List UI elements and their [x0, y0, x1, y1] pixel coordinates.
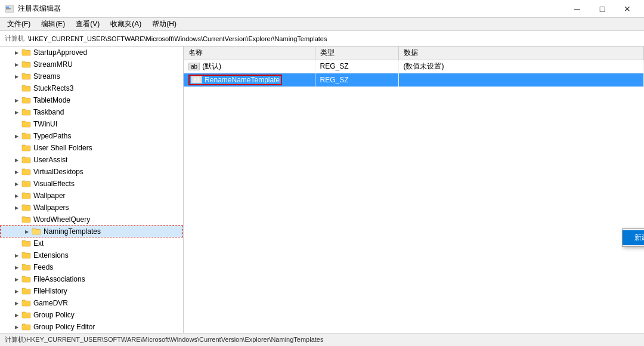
folder-icon — [21, 132, 31, 140]
folder-icon — [21, 84, 31, 92]
tree-item[interactable]: VirtualDesktops — [0, 166, 183, 178]
maximize-button[interactable]: □ — [590, 1, 614, 17]
folder-icon — [21, 72, 31, 81]
expand-arrow — [12, 48, 21, 57]
folder-icon — [21, 215, 31, 224]
tree-item-label: Ext — [33, 239, 44, 248]
folder-icon — [21, 180, 31, 188]
table-row[interactable]: ab(默认)REG_SZ(数值未设置) — [184, 60, 644, 73]
reg-data-cell: (数值未设置) — [398, 60, 644, 73]
expand-arrow — [12, 274, 21, 284]
folder-icon — [21, 191, 31, 200]
tree-item[interactable]: StreamMRU — [0, 58, 183, 70]
status-bar: 计算机\HKEY_CURRENT_USER\SOFTWARE\Microsoft… — [0, 333, 644, 346]
tree-panel[interactable]: StartupApproved StreamMRU Streams StuckR… — [0, 47, 184, 333]
minimize-button[interactable]: ─ — [565, 1, 589, 17]
value-type-icon: ab — [188, 63, 200, 70]
folder-icon — [32, 227, 41, 236]
tree-item-label: WordWheelQuery — [33, 215, 90, 224]
tree-item-label: Extensions — [33, 251, 69, 260]
folder-icon — [21, 96, 31, 104]
tree-item[interactable]: StartupApproved — [0, 47, 183, 58]
tree-item[interactable]: User Shell Folders — [0, 142, 183, 154]
expand-arrow — [12, 262, 21, 272]
menu-favorites[interactable]: 收藏夹(A) — [106, 18, 146, 30]
expand-arrow — [12, 107, 21, 117]
expand-arrow — [12, 60, 21, 69]
menu-view[interactable]: 查看(V) — [71, 18, 104, 30]
folder-icon — [21, 311, 31, 319]
status-text: 计算机\HKEY_CURRENT_USER\SOFTWARE\Microsoft… — [5, 335, 323, 344]
tree-item-label: UserAssist — [33, 156, 67, 164]
tree-item[interactable]: UserAssist — [0, 154, 183, 166]
selected-value-highlight: abRenameNameTemplate — [188, 75, 282, 85]
tree-item-label: VirtualDesktops — [33, 168, 83, 176]
table-row[interactable]: abRenameNameTemplateREG_SZ — [184, 73, 644, 86]
tree-item[interactable]: VisualEffects — [0, 178, 183, 190]
menu-edit[interactable]: 编辑(E) — [36, 18, 70, 30]
expand-arrow — [12, 131, 21, 141]
tree-item[interactable]: FileHistory — [0, 285, 183, 297]
title-bar: 注册表编辑器 ─ □ ✕ — [0, 0, 644, 18]
col-data[interactable]: 数据 — [398, 47, 644, 60]
tree-item[interactable]: Wallpapers — [0, 202, 183, 214]
tree-item[interactable]: TWinUI — [0, 118, 183, 130]
folder-icon — [21, 299, 31, 307]
tree-item[interactable]: Group Policy Editor — [0, 321, 183, 333]
folder-icon — [21, 168, 31, 176]
tree-item[interactable]: Extensions — [0, 249, 183, 261]
reg-name-text: (默认) — [202, 62, 221, 70]
tree-item[interactable]: TabletMode — [0, 94, 183, 106]
folder-icon — [21, 251, 31, 260]
menu-file[interactable]: 文件(F) — [2, 18, 35, 30]
new-context-menu: 新建(N) — [622, 228, 644, 247]
app-icon — [5, 4, 14, 14]
tree-item-label: TabletMode — [33, 96, 70, 104]
tree-item-label: FileHistory — [33, 287, 67, 295]
col-type[interactable]: 类型 — [315, 47, 398, 60]
svg-rect-1 — [6, 7, 9, 8]
tree-item-label: VisualEffects — [33, 180, 75, 188]
tree-item[interactable]: Streams — [0, 70, 183, 82]
new-menu-item[interactable]: 新建(N) — [623, 230, 644, 245]
tree-item-label: Group Policy — [33, 311, 75, 319]
tree-item[interactable]: Feeds — [0, 261, 183, 273]
expand-arrow — [12, 251, 21, 260]
expand-arrow — [12, 72, 21, 81]
tree-item-label: NamingTemplates — [44, 227, 101, 236]
expand-arrow — [12, 286, 21, 296]
tree-item[interactable]: Taskband — [0, 106, 183, 118]
tree-item-label: Streams — [33, 72, 60, 81]
tree-item[interactable]: FileAssociations — [0, 273, 183, 285]
svg-rect-3 — [6, 10, 10, 10]
address-path: \HKEY_CURRENT_USER\SOFTWARE\Microsoft\Wi… — [28, 35, 327, 42]
folder-icon — [21, 156, 31, 164]
menu-help[interactable]: 帮助(H) — [147, 18, 181, 30]
registry-table: 名称 类型 数据 ab(默认)REG_SZ(数值未设置)abRenameName… — [184, 47, 644, 87]
close-button[interactable]: ✕ — [615, 1, 639, 17]
tree-item[interactable]: Group Policy — [0, 309, 183, 321]
address-label: 计算机 — [5, 34, 24, 43]
tree-item[interactable]: TypedPaths — [0, 130, 183, 142]
window-title: 注册表编辑器 — [18, 4, 61, 14]
svg-rect-2 — [6, 8, 11, 9]
reg-type-cell: REG_SZ — [315, 60, 398, 73]
tree-item[interactable]: Ext — [0, 237, 183, 249]
reg-name-text: RenameNameTemplate — [205, 76, 280, 84]
col-name[interactable]: 名称 — [184, 47, 315, 60]
tree-item-label: StuckRects3 — [33, 84, 73, 92]
folder-icon — [21, 48, 31, 57]
tree-item[interactable]: WordWheelQuery — [0, 214, 183, 225]
tree-item[interactable]: Wallpaper — [0, 190, 183, 202]
tree-item[interactable]: StuckRects3 — [0, 82, 183, 94]
tree-item[interactable]: GameDVR — [0, 297, 183, 309]
new-menu-container: 新建(N) — [622, 228, 644, 247]
title-bar-left: 注册表编辑器 — [5, 4, 61, 14]
folder-icon — [21, 108, 31, 116]
tree-item[interactable]: NamingTemplates — [0, 225, 183, 237]
reg-data-cell — [398, 73, 644, 86]
expand-arrow — [12, 310, 21, 320]
reg-type-cell: REG_SZ — [315, 73, 398, 86]
expand-arrow — [12, 203, 21, 212]
expand-arrow — [12, 191, 21, 200]
